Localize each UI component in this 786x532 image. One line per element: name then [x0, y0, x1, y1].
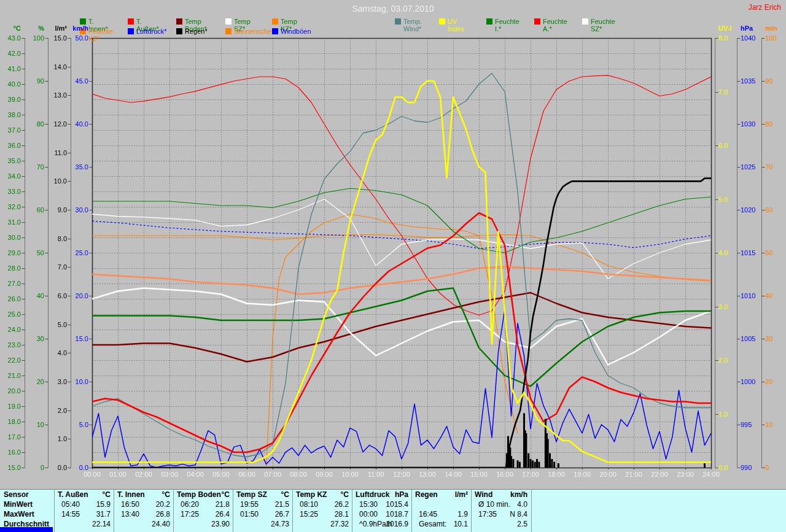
x-axis-tick-label: 21:00	[621, 471, 647, 478]
t-aussen-swatch-icon	[128, 18, 134, 25]
table-column-header: Temp KZ	[296, 490, 327, 499]
axis-tick-label: 60	[765, 206, 786, 214]
table-cell: 26.7	[275, 510, 289, 519]
table-cell: 19:55	[240, 500, 259, 509]
table-cell: Gesamt:	[419, 520, 446, 529]
sonnenschein-swatch-icon	[225, 28, 232, 34]
axis-tick-label: 10.0	[31, 177, 67, 185]
table-column-header: T. Innen	[117, 490, 145, 499]
axis-tick-label: 13.0	[31, 91, 67, 99]
axis-tick-label: 1025	[741, 163, 765, 171]
table-column-header: Luftdruck	[356, 490, 389, 499]
axis-tick-label: 1020	[741, 206, 765, 214]
axis-tick-label: 16.0	[0, 449, 21, 456]
table-cell: 4.0	[517, 500, 527, 509]
axis-unit-label-uv: UV-I	[718, 25, 743, 32]
legend-label: Feuchte KZ*	[88, 28, 113, 42]
axis-tick-label: 40	[765, 292, 786, 299]
axis-tick-label: 70	[765, 163, 786, 171]
axis-tick-label: 1005	[741, 335, 765, 342]
temp-wind-swatch-icon	[395, 18, 401, 25]
table-column-header: Regen	[415, 490, 438, 499]
axis-tick-label: 10	[765, 421, 786, 428]
axis-tick-label: 30	[9, 335, 44, 342]
table-cell: 24.40	[152, 520, 170, 529]
table-cell: 15:25	[300, 510, 318, 519]
status-strip	[0, 527, 53, 532]
axis-tick-label: 1015	[741, 249, 765, 256]
axis-tick-label: 50	[765, 249, 786, 256]
axis-tick-label: 15.0	[53, 335, 88, 342]
table-cell: 16:45	[419, 510, 437, 519]
axis-tick-label: 990	[741, 464, 765, 471]
chart-plot-area	[0, 0, 786, 532]
axis-tick-label: 2.0	[718, 357, 743, 364]
axis-tick-label: 0	[765, 464, 786, 471]
axis-tick-label: 41.0	[0, 65, 21, 72]
x-axis-tick-label: 09:00	[311, 471, 337, 478]
table-cell: N 8.4	[510, 510, 527, 519]
axis-tick-label: 4.0	[718, 249, 743, 256]
x-axis-tick-label: 15:00	[466, 471, 492, 478]
axis-tick-label: 42.0	[0, 50, 21, 57]
legend-label: Feuchte A.*	[543, 18, 567, 33]
axis-tick-label: 28.0	[0, 264, 21, 272]
temp-kz-swatch-icon	[272, 18, 278, 25]
weather-chart-window: Samstag, 03.07.2010 Jarz Erich T. Innen*…	[0, 0, 786, 532]
table-cell: 16:50	[121, 500, 139, 509]
table-column-header: l/m²	[455, 490, 468, 499]
x-axis-tick-label: 08:00	[286, 471, 311, 478]
t-innen-swatch-icon	[80, 18, 86, 25]
table-cell: 26.8	[156, 510, 170, 519]
table-column-header: °C	[281, 490, 289, 499]
axis-tick-label: 50.0	[53, 34, 88, 42]
legend-label: Feuchte I.*	[495, 18, 519, 33]
axis-unit-label-minutes: min	[765, 25, 786, 32]
x-axis-tick-label: 20:00	[595, 471, 621, 478]
table-column-header: T. Außen	[58, 490, 88, 499]
temp-sz-swatch-icon	[225, 18, 232, 25]
table-cell: 14:55	[61, 510, 80, 519]
table-cell: 08:10	[300, 500, 318, 509]
axis-tick-label: 8.0	[718, 34, 743, 42]
axis-tick-label: 3.0	[718, 303, 743, 310]
table-cell: 17:25	[181, 510, 199, 519]
legend-label: Temp. Wind*	[403, 18, 422, 33]
table-cell: 1018.7	[386, 510, 408, 519]
table-column-header: °C	[222, 490, 230, 499]
table-cell: 05:40	[61, 500, 80, 509]
axis-tick-label: 31.0	[0, 218, 21, 226]
table-cell: 15:30	[359, 500, 378, 509]
axis-tick-label: 8.0	[31, 235, 67, 242]
table-column-regen: Regenl/m²16:451.9Gesamt:10.1	[411, 490, 472, 532]
x-axis-tick-label: 13:00	[414, 471, 440, 478]
table-column-temp-kz: Temp KZ°C08:1026.215:2528.127.32	[292, 490, 352, 532]
axis-tick-label: 7.0	[31, 263, 67, 271]
table-cell: 17:35	[478, 510, 497, 519]
axis-tick-label: 5.0	[718, 196, 743, 203]
axis-tick-label: 7.0	[718, 88, 743, 96]
table-cell: 01:50	[240, 510, 259, 519]
axis-tick-label: 38.0	[0, 111, 21, 118]
axis-tick-label: 30.0	[53, 206, 88, 214]
axis-tick-label: 5.0	[31, 321, 67, 328]
feuchte-a-swatch-icon	[534, 18, 540, 25]
table-cell: 26.2	[335, 500, 349, 509]
temp-boden-swatch-icon	[176, 18, 182, 25]
table-cell: 21.5	[275, 500, 289, 509]
table-cell: 23.90	[211, 520, 230, 529]
table-cell: Ø 10 min.	[478, 500, 510, 509]
table-cell: 26.4	[216, 510, 230, 519]
table-cell: 13:40	[121, 510, 139, 519]
axis-unit-label-kmh: km/h	[53, 25, 88, 32]
x-axis-tick-label: 02:00	[131, 471, 157, 478]
windboeen-swatch-icon	[272, 28, 278, 34]
x-axis-tick-label: 12:00	[389, 471, 414, 478]
table-column-luftdruck: LuftdruckhPa15:301015.400:001018.7^0.9hP…	[352, 490, 412, 532]
axis-tick-label: 14.0	[31, 63, 67, 71]
regen-swatch-icon	[176, 28, 182, 34]
table-column-header: km/h	[510, 490, 527, 499]
table-column-t-au-en: T. Außen°C05:4015.914:5531.722.14	[54, 490, 114, 532]
table-cell: 21.8	[216, 500, 230, 509]
table-cell: 24.73	[271, 520, 289, 529]
